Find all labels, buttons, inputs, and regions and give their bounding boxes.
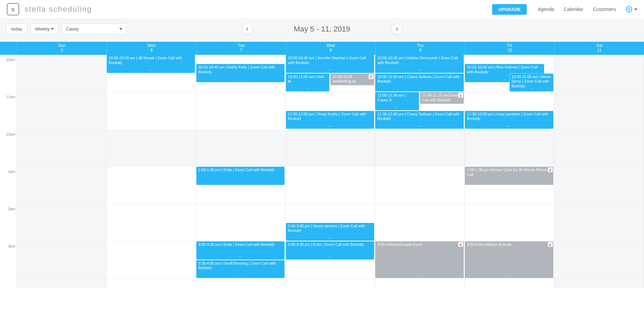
resize-handle[interactable]: =	[306, 87, 309, 91]
hour-label: 11am	[0, 95, 15, 99]
resize-handle[interactable]: =	[418, 274, 421, 278]
view-select-label: Weekly	[35, 26, 50, 31]
calendar-event[interactable]: 1:00-1:30 pm | Evita | Zoom Call with Bo…	[196, 167, 285, 185]
google-badge-icon: g	[548, 167, 553, 172]
resize-handle[interactable]: =	[441, 100, 443, 103]
google-badge-icon: g	[458, 242, 463, 247]
day-header: Mon6	[107, 42, 196, 55]
time-gutter: 10am11am12pm1pm2pm3pm	[0, 55, 17, 288]
settings-menu[interactable]	[626, 6, 637, 13]
day-header: Sun5	[17, 42, 107, 55]
day-header: Thu9	[375, 42, 465, 55]
nav-agenda[interactable]: Agenda	[538, 7, 554, 12]
unavailable-slot	[286, 129, 375, 167]
prev-week-button[interactable]	[242, 24, 253, 35]
resize-handle[interactable]: =	[530, 87, 533, 91]
calendar-event[interactable]: 11:30-12:00 pm | Casey Sullivan | Zoom C…	[375, 111, 463, 129]
resize-handle[interactable]: =	[418, 68, 421, 72]
chevron-left-icon	[246, 27, 249, 31]
resize-handle[interactable]: =	[329, 237, 331, 240]
calendar-event[interactable]: 2:30-3:00 pm | Henry serrano | Zoom Call…	[286, 223, 374, 241]
calendar-event[interactable]: 10:00-10:30 am | Jill Novak | Zoom Call …	[107, 55, 195, 73]
calendar-event[interactable]: 3:00-3:30 pm | Evita | Zoom Call with Bo…	[196, 241, 285, 260]
resize-handle[interactable]: =	[418, 87, 421, 91]
user-select[interactable]: Casey	[62, 24, 127, 34]
calendar-event[interactable]: 3:00-3:30 pm | Evita | Zoom Call with Bo…	[286, 241, 374, 260]
nav-customers[interactable]: Customers	[593, 7, 616, 12]
resize-handle[interactable]: =	[239, 255, 241, 259]
date-range-title: May 5 - 11, 2019	[294, 25, 350, 34]
view-select[interactable]: Weekly	[31, 24, 58, 34]
gear-icon	[626, 6, 632, 13]
google-badge-icon: g	[369, 74, 373, 79]
calendar-event[interactable]: 1:00-1:30 pm Nirman Dave for 30 Minute P…	[465, 167, 553, 185]
unavailable-slot	[196, 129, 286, 167]
logo-icon: s	[7, 3, 19, 15]
calendar-event[interactable]: 10:30-11:00 am | Alexis Servy | Zoom Cal…	[510, 74, 553, 92]
hour-label: 12pm	[0, 132, 15, 136]
nav-calendar[interactable]: Calendar	[564, 7, 583, 12]
calendar-event[interactable]: 11:00-11:30 am | Casey S=	[375, 92, 419, 110]
day-header: Fri10	[465, 42, 554, 55]
brand-name: stella scheduling	[25, 5, 92, 14]
next-week-button[interactable]	[391, 24, 402, 35]
calendar-event[interactable]: 10:00-10:30 am | Helena Demuynck | Zoom …	[375, 55, 463, 73]
resize-handle[interactable]: =	[503, 78, 506, 82]
calendar-event[interactable]: 3:00-5:00 pmMow at Dodd=g	[465, 241, 553, 278]
day-column[interactable]: 10:00-10:30 am | Jennifer Stephan | Zoom…	[286, 55, 376, 288]
chevron-down-icon	[51, 28, 54, 30]
calendar-event[interactable]: 10:30-11:00 am | Neil M=	[286, 74, 330, 92]
resize-handle[interactable]: =	[239, 180, 241, 184]
day-column[interactable]: 10:00-10:30 am | Helena Demuynck | Zoom …	[375, 55, 465, 288]
chevron-right-icon	[395, 27, 398, 31]
resize-handle[interactable]: =	[329, 125, 331, 128]
day-column[interactable]: 10:00-10:30 am | Jill Novak | Zoom Call …	[107, 55, 196, 288]
calendar-event[interactable]: 10:15-10:45 am | Kathy Patty | Zoom Call…	[196, 64, 285, 82]
resize-handle[interactable]: =	[329, 68, 331, 72]
calendar-event[interactable]: 11:30-12:00 pm | Vinay Koshy | Zoom Call…	[286, 111, 374, 129]
svg-point-0	[628, 9, 630, 10]
calendar-event[interactable]: 3:00-4:00 pmGoogle Event=g	[375, 241, 463, 278]
calendar-event[interactable]: 10:30-10:45 amMeeting w/=g	[330, 74, 374, 85]
upgrade-button[interactable]: UPGRADE	[492, 4, 527, 15]
google-badge-icon: g	[458, 93, 463, 98]
calendar-event[interactable]: 3:30-4:00 pm | Geoff Ronning | Zoom Call…	[196, 260, 285, 278]
grid-body: 10am11am12pm1pm2pm3pm 10:00-10:30 am | J…	[0, 55, 644, 288]
resize-handle[interactable]: =	[239, 274, 241, 278]
day-header: Wed8	[286, 42, 376, 55]
hour-label: 1pm	[0, 169, 15, 174]
resize-handle[interactable]: =	[239, 78, 241, 82]
resize-handle[interactable]: =	[396, 106, 398, 110]
resize-handle[interactable]: =	[351, 81, 353, 85]
hour-label: 3pm	[0, 244, 15, 248]
day-column[interactable]: 10:15-10:45 am | Kathy Patty | Zoom Call…	[196, 55, 286, 288]
calendar-event[interactable]: 10:00-10:30 am | Jennifer Stephan | Zoom…	[286, 55, 374, 73]
today-button[interactable]: today	[6, 24, 27, 34]
unavailable-slot	[465, 129, 554, 167]
hour-label: 2pm	[0, 207, 15, 211]
calendar-event[interactable]: 10:30-11:00 am | Casey Sullivan | Zoom C…	[375, 74, 463, 92]
resize-handle[interactable]: =	[329, 255, 331, 259]
chevron-down-icon	[119, 28, 122, 30]
calendar-event[interactable]: 11:00-11:15 amZoom Call with Bookafy=g	[420, 92, 464, 104]
day-header: Tue7	[196, 42, 286, 55]
day-column[interactable]	[17, 55, 107, 288]
resize-handle[interactable]: =	[149, 68, 152, 72]
resize-handle[interactable]: =	[508, 274, 510, 278]
top-bar: s stella scheduling UPGRADE Agenda Calen…	[0, 0, 644, 19]
user-select-label: Casey	[66, 26, 79, 31]
day-column[interactable]: 10:15-10:45 am | Nick Holmes | Zoom Call…	[465, 55, 554, 288]
resize-handle[interactable]: =	[418, 125, 421, 128]
chevron-down-icon	[634, 9, 637, 10]
hour-label: 10am	[0, 58, 15, 62]
google-badge-icon: g	[548, 242, 553, 247]
day-column[interactable]	[554, 55, 644, 288]
unavailable-slot	[107, 129, 196, 167]
unavailable-slot	[375, 129, 464, 167]
day-header: Sat11	[554, 42, 644, 55]
resize-handle[interactable]: =	[508, 180, 510, 184]
calendar-toolbar: today Weekly Casey May 5 - 11, 2019	[0, 19, 644, 42]
calendar-event[interactable]: 11:30-12:00 pm | isaac perlstein | Zoom …	[465, 111, 553, 129]
resize-handle[interactable]: =	[508, 125, 510, 128]
day-header-row: Sun5Mon6Tue7Wed8Thu9Fri10Sat11	[0, 42, 644, 55]
